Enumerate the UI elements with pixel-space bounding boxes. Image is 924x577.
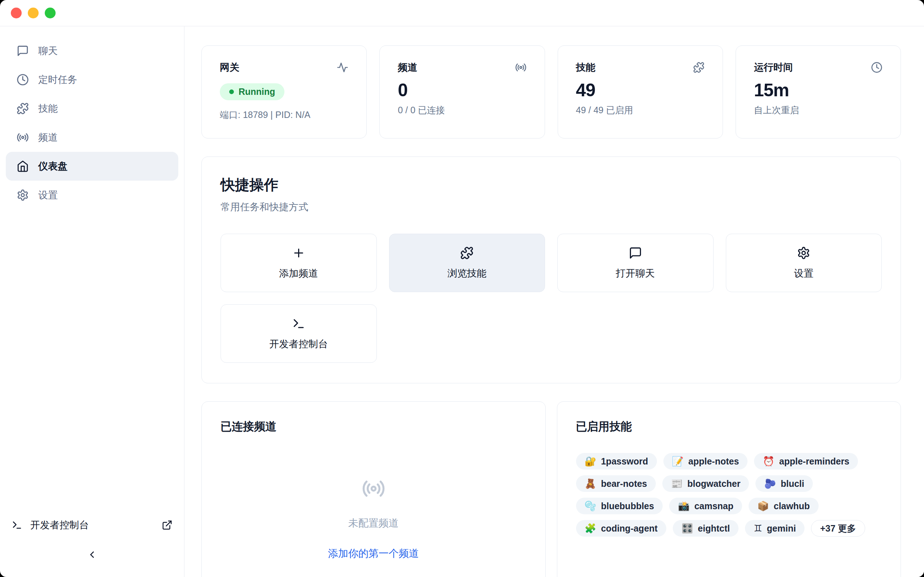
sidebar-spacer — [6, 210, 178, 514]
stat-card: 运行时间 15m 自上次重启 — [736, 45, 901, 139]
skill-name: apple-notes — [688, 456, 739, 467]
app-body: 聊天 定时任务 技能 频道 — [0, 26, 924, 577]
skill-name: bear-notes — [601, 479, 647, 489]
skill-chip: 🎛️ eightctl — [673, 520, 738, 537]
sidebar-collapse-button[interactable] — [6, 542, 178, 567]
zoom-window-button[interactable] — [45, 8, 56, 18]
channels-empty-state: 未配置频道 添加你的第一个频道 — [221, 477, 527, 561]
clock-icon — [16, 74, 29, 86]
dev-console-label: 开发者控制台 — [30, 519, 89, 532]
dev-console-row[interactable]: 开发者控制台 — [6, 514, 178, 537]
enabled-skills-title: 已启用技能 — [576, 419, 882, 434]
channels-empty-text: 未配置频道 — [348, 516, 399, 530]
skill-emoji: ⏰ — [762, 456, 774, 466]
skill-name: 1password — [601, 456, 648, 467]
traffic-lights — [11, 8, 56, 18]
quick-action-button[interactable]: 浏览技能 — [389, 234, 545, 292]
skill-emoji: ♊ — [754, 524, 762, 533]
skill-chip: 🧩 coding-agent — [576, 520, 666, 537]
skill-chip: 📸 camsnap — [669, 498, 742, 514]
skill-emoji: 🧩 — [585, 524, 596, 533]
sidebar-item-label: 频道 — [38, 131, 58, 144]
bottom-panels: 已连接频道 未配置频道 添加你的第一个频道 已启用技能 🔐 — [201, 401, 901, 577]
gear-icon — [16, 189, 29, 201]
stat-card-meta: 端口: 18789 | PID: N/A — [220, 109, 348, 121]
skill-name: blucli — [781, 479, 804, 489]
sidebar-item-label: 聊天 — [38, 44, 58, 57]
sidebar-item-label: 定时任务 — [38, 73, 77, 86]
quick-action-button[interactable]: 打开聊天 — [557, 234, 714, 292]
sidebar-item-label: 设置 — [38, 189, 58, 201]
sidebar-item[interactable]: 仪表盘 — [6, 152, 178, 181]
external-link-icon[interactable] — [162, 520, 173, 530]
skill-emoji: 📦 — [757, 501, 769, 511]
skill-chip: 🫧 bluebubbles — [576, 498, 663, 514]
sidebar: 聊天 定时任务 技能 频道 — [0, 26, 184, 577]
skill-emoji: 🧸 — [585, 479, 596, 488]
stat-card-value: 49 — [576, 80, 704, 101]
skill-emoji: 🫧 — [585, 501, 596, 511]
puzzle-icon — [693, 62, 704, 73]
skill-name: bluebubbles — [601, 501, 654, 511]
stat-card-subtitle: 49 / 49 已启用 — [576, 104, 704, 116]
quick-action-button[interactable]: 添加频道 — [221, 234, 377, 292]
chat-icon — [16, 45, 29, 57]
chat-icon — [629, 246, 642, 259]
status-badge: Running — [220, 83, 284, 100]
stat-card-subtitle: 自上次重启 — [754, 104, 882, 116]
skill-chip: ♊ gemini — [745, 520, 804, 537]
skill-name: camsnap — [695, 501, 733, 511]
sidebar-item[interactable]: 定时任务 — [6, 65, 178, 94]
quick-action-label: 添加频道 — [279, 267, 318, 280]
stat-card-value: 0 — [398, 80, 526, 101]
skills-chip-list: 🔐 1password 📝 apple-notes ⏰ appl — [576, 453, 882, 537]
stat-card-title: 网关 — [220, 61, 239, 74]
chevron-left-icon — [87, 549, 97, 560]
skill-emoji: 📝 — [672, 456, 683, 466]
skill-emoji: 📰 — [671, 479, 683, 488]
status-badge-label: Running — [239, 87, 275, 97]
skill-name: coding-agent — [601, 523, 657, 534]
stat-card: 技能 49 49 / 49 已启用 — [558, 45, 723, 139]
radio-icon — [515, 62, 527, 73]
stat-card: 频道 0 0 / 0 已连接 — [380, 45, 544, 139]
sidebar-item[interactable]: 频道 — [6, 123, 178, 152]
skill-chip: 📦 clawhub — [749, 498, 818, 514]
terminal-icon — [292, 317, 305, 330]
status-dot — [229, 89, 234, 94]
add-first-channel-link[interactable]: 添加你的第一个频道 — [328, 547, 419, 561]
skill-emoji: 🎛️ — [682, 524, 693, 533]
minimize-window-button[interactable] — [28, 8, 39, 18]
skill-emoji: 🔐 — [585, 456, 596, 466]
skill-chip: 🫐 blucli — [756, 475, 813, 492]
skill-chip: ⏰ apple-reminders — [754, 453, 858, 469]
quick-action-button[interactable]: 开发者控制台 — [221, 305, 377, 363]
home-icon — [16, 160, 29, 172]
skill-name: gemini — [767, 523, 796, 534]
sidebar-item[interactable]: 技能 — [6, 94, 178, 123]
puzzle-icon — [460, 246, 473, 259]
stat-card-subtitle: 0 / 0 已连接 — [398, 104, 526, 116]
connected-channels-title: 已连接频道 — [221, 419, 527, 434]
skills-more-chip[interactable]: +37 更多 — [811, 520, 865, 537]
skill-name: eightctl — [698, 523, 730, 534]
quick-actions-section: 快捷操作 常用任务和快捷方式 添加频道 浏览技能 — [201, 156, 901, 384]
skill-chip: 📰 blogwatcher — [662, 475, 749, 492]
skill-chip: 🧸 bear-notes — [576, 475, 656, 492]
sidebar-nav: 聊天 定时任务 技能 频道 — [6, 36, 178, 210]
quick-actions-grid: 添加频道 浏览技能 打开聊天 — [221, 234, 882, 363]
skill-emoji: 🫐 — [764, 479, 775, 488]
stat-card: 网关 Running 端口: 18789 | PID: N/A — [201, 45, 367, 139]
skill-emoji: 📸 — [678, 501, 690, 511]
stats-row: 网关 Running 端口: 18789 | PID: N/A — [201, 45, 901, 139]
quick-action-button[interactable]: 设置 — [726, 234, 882, 292]
skill-name: clawhub — [774, 501, 809, 511]
app-window: 聊天 定时任务 技能 频道 — [0, 0, 924, 577]
sidebar-item[interactable]: 设置 — [6, 181, 178, 210]
sidebar-item-label: 仪表盘 — [38, 160, 68, 173]
radio-icon — [362, 477, 386, 501]
close-window-button[interactable] — [11, 8, 22, 18]
gear-icon — [797, 246, 810, 259]
sidebar-item[interactable]: 聊天 — [6, 36, 178, 65]
radio-icon — [16, 131, 29, 143]
